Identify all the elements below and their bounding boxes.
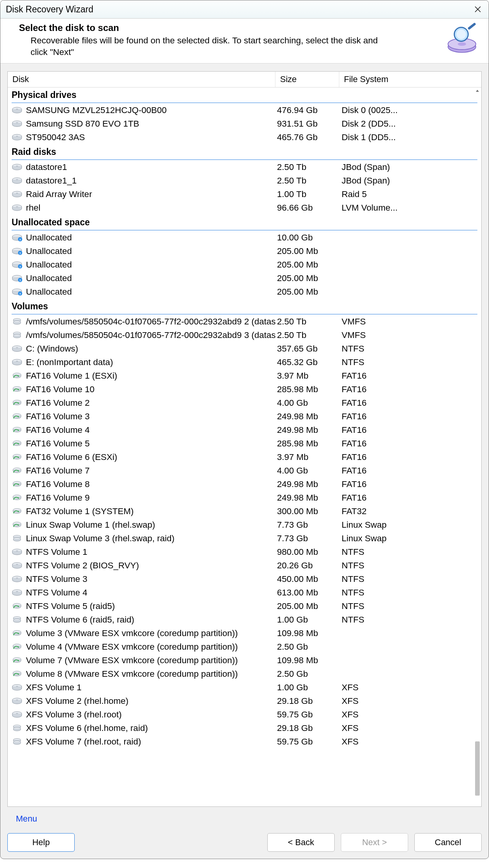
list-item[interactable]: XFS Volume 3 (rhel.root)59.75 GbXFS — [8, 708, 481, 722]
vol-icon — [12, 372, 22, 380]
list-item[interactable]: FAT16 Volume 1 (ESXi)3.97 MbFAT16 — [8, 369, 481, 383]
help-button[interactable]: Help — [7, 833, 75, 852]
scroll-up-arrow-icon[interactable] — [474, 88, 480, 94]
item-size: 10.00 Gb — [275, 233, 339, 243]
item-filesystem: FAT16 — [339, 479, 481, 489]
list-item[interactable]: FAT16 Volume 74.00 GbFAT16 — [8, 464, 481, 478]
scroll-thumb[interactable] — [475, 741, 480, 796]
list-item[interactable]: /vmfs/volumes/5850504c-01f07065-77f2-000… — [8, 329, 481, 342]
list-item[interactable]: XFS Volume 6 (rhel.home, raid)29.18 GbXF… — [8, 722, 481, 735]
header-text: Select the disk to scan Recoverable file… — [19, 22, 437, 58]
list-item[interactable]: Raid Array Writer1.00 TbRaid 5 — [8, 188, 481, 201]
list-item[interactable]: FAT32 Volume 1 (SYSTEM)300.00 MbFAT32 — [8, 505, 481, 518]
vol-icon — [12, 508, 22, 515]
close-button[interactable] — [471, 2, 485, 16]
list-item[interactable]: FAT16 Volume 8249.98 MbFAT16 — [8, 478, 481, 491]
item-name: datastore1 — [26, 162, 67, 172]
stack-icon — [12, 535, 22, 542]
list-item[interactable]: NTFS Volume 6 (raid5, raid)1.00 GbNTFS — [8, 613, 481, 627]
item-filesystem: FAT32 — [339, 506, 481, 516]
list-item[interactable]: Volume 4 (VMware ESX vmkcore (coredump p… — [8, 640, 481, 654]
col-disk[interactable]: Disk — [8, 72, 275, 87]
section-divider — [12, 314, 477, 314]
item-size: 96.66 Gb — [275, 203, 339, 213]
list-item[interactable]: Volume 3 (VMware ESX vmkcore (coredump p… — [8, 627, 481, 640]
col-size[interactable]: Size — [275, 72, 339, 87]
item-size: 357.65 Gb — [275, 344, 339, 354]
list-item[interactable]: NTFS Volume 5 (raid5)205.00 MbNTFS — [8, 600, 481, 613]
menu-link[interactable]: Menu — [7, 807, 482, 828]
unalloc-icon — [12, 261, 22, 269]
item-size: 59.75 Gb — [275, 737, 339, 747]
list-item[interactable]: FAT16 Volume 6 (ESXi)3.97 MbFAT16 — [8, 451, 481, 464]
item-size: 450.00 Mb — [275, 574, 339, 584]
list-item[interactable]: SAMSUNG MZVL2512HCJQ-00B00476.94 GbDisk … — [8, 104, 481, 117]
list-item[interactable]: Unallocated205.00 Mb — [8, 245, 481, 258]
vol-icon — [12, 413, 22, 420]
item-filesystem: Linux Swap — [339, 533, 481, 544]
item-filesystem: JBod (Span) — [339, 162, 481, 172]
list-item[interactable]: Volume 7 (VMware ESX vmkcore (coredump p… — [8, 654, 481, 667]
item-size: 249.98 Mb — [275, 425, 339, 435]
cancel-button[interactable]: Cancel — [414, 833, 482, 852]
item-name: Unallocated — [26, 287, 72, 297]
list-item[interactable]: Unallocated10.00 Gb — [8, 231, 481, 245]
list-item[interactable]: FAT16 Volume 3249.98 MbFAT16 — [8, 410, 481, 424]
list-item[interactable]: XFS Volume 11.00 GbXFS — [8, 681, 481, 695]
item-filesystem: FAT16 — [339, 371, 481, 381]
list-item[interactable]: NTFS Volume 3450.00 MbNTFS — [8, 573, 481, 586]
item-name: rhel — [26, 203, 41, 213]
item-size: 476.94 Gb — [275, 105, 339, 115]
item-name: FAT16 Volume 4 — [26, 425, 90, 435]
item-filesystem: Disk 0 (0025... — [339, 105, 481, 115]
list-item[interactable]: NTFS Volume 1980.00 MbNTFS — [8, 546, 481, 559]
item-filesystem: VMFS — [339, 317, 481, 327]
list-item[interactable]: FAT16 Volume 24.00 GbFAT16 — [8, 396, 481, 410]
list-item[interactable]: ST950042 3AS465.76 GbDisk 1 (DD5... — [8, 131, 481, 144]
list-item[interactable]: Unallocated205.00 Mb — [8, 285, 481, 299]
item-size: 465.32 Gb — [275, 357, 339, 367]
list-item[interactable]: /vmfs/volumes/5850504c-01f07065-77f2-000… — [8, 315, 481, 329]
item-name: /vmfs/volumes/5850504c-01f07065-77f2-000… — [26, 330, 275, 340]
list-item[interactable]: XFS Volume 7 (rhel.root, raid)59.75 GbXF… — [8, 735, 481, 749]
item-name: NTFS Volume 3 — [26, 574, 87, 584]
list-item[interactable]: datastore1_12.50 TbJBod (Span) — [8, 174, 481, 188]
item-filesystem: XFS — [339, 696, 481, 706]
list-item[interactable]: XFS Volume 2 (rhel.home)29.18 GbXFS — [8, 695, 481, 708]
item-filesystem: XFS — [339, 723, 481, 733]
item-size: 3.97 Mb — [275, 371, 339, 381]
list-item[interactable]: Unallocated205.00 Mb — [8, 272, 481, 285]
back-button[interactable]: < Back — [267, 833, 335, 852]
list-item[interactable]: NTFS Volume 4613.00 MbNTFS — [8, 586, 481, 600]
item-size: 4.00 Gb — [275, 398, 339, 408]
col-fs[interactable]: File System — [339, 72, 481, 87]
unalloc-icon — [12, 288, 22, 296]
unalloc-icon — [12, 247, 22, 255]
list-item[interactable]: FAT16 Volume 5285.98 MbFAT16 — [8, 437, 481, 451]
list-item[interactable]: Linux Swap Volume 1 (rhel.swap)7.73 GbLi… — [8, 518, 481, 532]
item-name: Volume 4 (VMware ESX vmkcore (coredump p… — [26, 642, 238, 652]
item-size: 249.98 Mb — [275, 493, 339, 503]
wizard-window: Disk Recovery Wizard Select the disk to … — [0, 0, 489, 859]
list-item[interactable]: NTFS Volume 2 (BIOS_RVY)20.26 GbNTFS — [8, 559, 481, 573]
list-item[interactable]: Linux Swap Volume 3 (rhel.swap, raid)7.7… — [8, 532, 481, 546]
list-item[interactable]: FAT16 Volume 9249.98 MbFAT16 — [8, 491, 481, 505]
list-item[interactable]: FAT16 Volume 4249.98 MbFAT16 — [8, 424, 481, 437]
list-item[interactable]: E: (nonImportant data)465.32 GbNTFS — [8, 356, 481, 369]
item-filesystem: Raid 5 — [339, 189, 481, 199]
list-item[interactable]: Samsung SSD 870 EVO 1TB931.51 GbDisk 2 (… — [8, 117, 481, 131]
item-name: ST950042 3AS — [26, 132, 85, 142]
stack-icon — [12, 318, 22, 326]
item-size: 59.75 Gb — [275, 710, 339, 720]
list-scroll[interactable]: Physical drivesSAMSUNG MZVL2512HCJQ-00B0… — [8, 87, 481, 806]
list-item[interactable]: C: (Windows)357.65 GbNTFS — [8, 342, 481, 356]
list-item[interactable]: rhel96.66 GbLVM Volume... — [8, 201, 481, 215]
titlebar: Disk Recovery Wizard — [0, 0, 489, 19]
vertical-scrollbar[interactable] — [474, 87, 481, 806]
drive-icon — [12, 359, 22, 366]
list-item[interactable]: datastore12.50 TbJBod (Span) — [8, 161, 481, 174]
list-item[interactable]: FAT16 Volume 10285.98 MbFAT16 — [8, 383, 481, 396]
list-item[interactable]: Unallocated205.00 Mb — [8, 258, 481, 272]
list-item[interactable]: Volume 8 (VMware ESX vmkcore (coredump p… — [8, 667, 481, 681]
item-filesystem: NTFS — [339, 547, 481, 557]
